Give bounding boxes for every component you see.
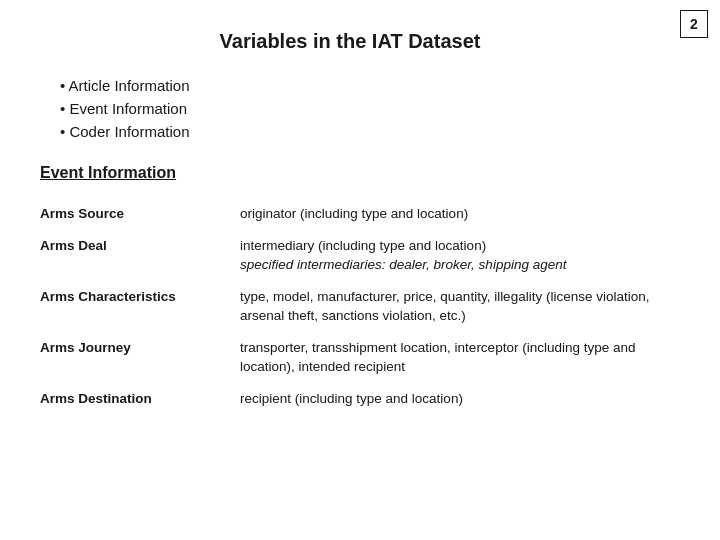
row-label-arms-journey: Arms Journey <box>40 332 240 383</box>
row-value-arms-characteristics: type, model, manufacturer, price, quanti… <box>240 281 660 332</box>
table-row: Arms Journey transporter, transshipment … <box>40 332 660 383</box>
row-value-arms-deal: intermediary (including type and locatio… <box>240 230 660 281</box>
info-table: Arms Source originator (including type a… <box>40 198 660 415</box>
table-row: Arms Deal intermediary (including type a… <box>40 230 660 281</box>
row-label-arms-destination: Arms Destination <box>40 383 240 415</box>
table-row: Arms Destination recipient (including ty… <box>40 383 660 415</box>
bullet-article: Article Information <box>60 77 660 94</box>
row-value-arms-destination: recipient (including type and location) <box>240 383 660 415</box>
row-label-arms-source: Arms Source <box>40 198 240 230</box>
slide-container: 2 Variables in the IAT Dataset Article I… <box>0 0 720 540</box>
section-heading: Event Information <box>40 164 660 182</box>
bullet-event: Event Information <box>60 100 660 117</box>
row-value-arms-journey: transporter, transshipment location, int… <box>240 332 660 383</box>
row-label-arms-characteristics: Arms Characteristics <box>40 281 240 332</box>
arms-deal-italic: specified intermediaries: dealer, broker… <box>240 257 566 272</box>
row-value-arms-source: originator (including type and location) <box>240 198 660 230</box>
table-row: Arms Characteristics type, model, manufa… <box>40 281 660 332</box>
bullet-list: Article Information Event Information Co… <box>40 77 660 140</box>
arms-deal-value: intermediary (including type and locatio… <box>240 238 486 253</box>
table-row: Arms Source originator (including type a… <box>40 198 660 230</box>
bullet-coder: Coder Information <box>60 123 660 140</box>
slide-title: Variables in the IAT Dataset <box>40 30 660 53</box>
row-label-arms-deal: Arms Deal <box>40 230 240 281</box>
slide-number: 2 <box>680 10 708 38</box>
